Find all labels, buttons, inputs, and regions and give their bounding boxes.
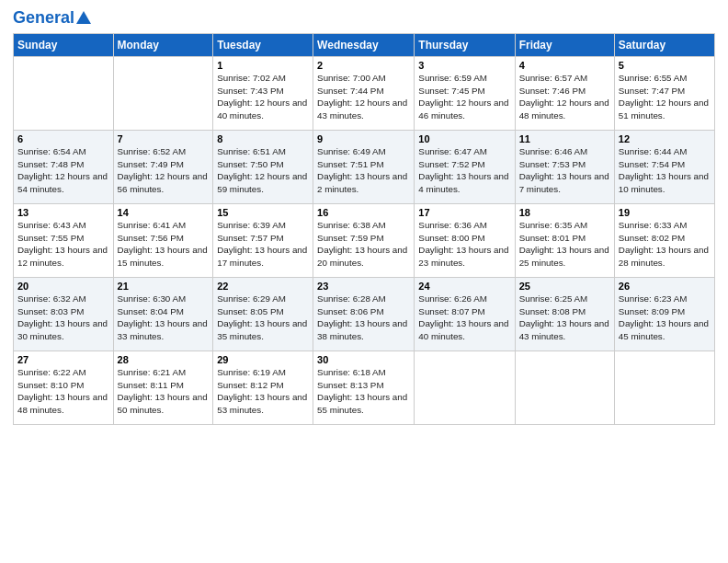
day-info: Sunrise: 6:35 AM Sunset: 8:01 PM Dayligh…	[519, 219, 610, 270]
day-info: Sunrise: 6:32 AM Sunset: 8:03 PM Dayligh…	[17, 293, 109, 343]
day-info: Sunrise: 6:38 AM Sunset: 7:59 PM Dayligh…	[317, 219, 410, 270]
day-header-tuesday: Tuesday	[213, 34, 313, 57]
day-info: Sunrise: 6:59 AM Sunset: 7:45 PM Dayligh…	[418, 72, 510, 122]
calendar-week-row: 27Sunrise: 6:22 AM Sunset: 8:10 PM Dayli…	[14, 351, 715, 425]
day-number: 6	[17, 133, 109, 144]
calendar-cell: 13Sunrise: 6:43 AM Sunset: 7:55 PM Dayli…	[14, 204, 114, 278]
calendar-cell: 16Sunrise: 6:38 AM Sunset: 7:59 PM Dayli…	[313, 204, 415, 278]
day-number: 16	[317, 207, 410, 218]
day-info: Sunrise: 6:23 AM Sunset: 8:09 PM Dayligh…	[619, 293, 711, 343]
calendar-cell: 9Sunrise: 6:49 AM Sunset: 7:51 PM Daylig…	[313, 131, 415, 204]
day-info: Sunrise: 6:51 AM Sunset: 7:50 PM Dayligh…	[217, 145, 309, 196]
day-number: 28	[118, 354, 210, 365]
day-number: 27	[17, 354, 109, 365]
day-header-wednesday: Wednesday	[313, 34, 415, 57]
day-info: Sunrise: 6:18 AM Sunset: 8:13 PM Dayligh…	[317, 366, 410, 417]
day-info: Sunrise: 6:33 AM Sunset: 8:02 PM Dayligh…	[619, 219, 711, 270]
day-number: 26	[619, 281, 711, 292]
day-info: Sunrise: 6:39 AM Sunset: 7:57 PM Dayligh…	[217, 219, 309, 270]
calendar-cell: 2Sunrise: 7:00 AM Sunset: 7:44 PM Daylig…	[313, 57, 415, 131]
calendar-cell: 30Sunrise: 6:18 AM Sunset: 8:13 PM Dayli…	[313, 351, 415, 425]
day-header-thursday: Thursday	[415, 34, 515, 57]
calendar-cell: 3Sunrise: 6:59 AM Sunset: 7:45 PM Daylig…	[415, 57, 515, 131]
day-number: 13	[17, 207, 109, 218]
calendar-cell: 25Sunrise: 6:25 AM Sunset: 8:08 PM Dayli…	[515, 278, 614, 351]
day-info: Sunrise: 6:26 AM Sunset: 8:07 PM Dayligh…	[418, 293, 510, 343]
day-info: Sunrise: 6:41 AM Sunset: 7:56 PM Dayligh…	[118, 219, 210, 270]
calendar-cell: 23Sunrise: 6:28 AM Sunset: 8:06 PM Dayli…	[313, 278, 415, 351]
day-number: 14	[118, 207, 210, 218]
day-number: 7	[118, 133, 210, 144]
calendar-cell: 11Sunrise: 6:46 AM Sunset: 7:53 PM Dayli…	[515, 131, 614, 204]
calendar-cell: 21Sunrise: 6:30 AM Sunset: 8:04 PM Dayli…	[113, 278, 213, 351]
calendar-cell: 7Sunrise: 6:52 AM Sunset: 7:49 PM Daylig…	[113, 131, 213, 204]
calendar-week-row: 6Sunrise: 6:54 AM Sunset: 7:48 PM Daylig…	[14, 131, 715, 204]
day-info: Sunrise: 6:29 AM Sunset: 8:05 PM Dayligh…	[217, 293, 309, 343]
day-info: Sunrise: 6:19 AM Sunset: 8:12 PM Dayligh…	[217, 366, 309, 417]
day-info: Sunrise: 6:46 AM Sunset: 7:53 PM Dayligh…	[519, 145, 610, 196]
day-header-saturday: Saturday	[614, 34, 714, 57]
day-number: 22	[217, 281, 309, 292]
day-number: 21	[118, 281, 210, 292]
day-number: 25	[519, 281, 610, 292]
day-number: 3	[418, 60, 510, 71]
day-number: 19	[619, 207, 711, 218]
day-number: 30	[317, 354, 410, 365]
day-number: 1	[217, 60, 309, 71]
day-info: Sunrise: 6:54 AM Sunset: 7:48 PM Dayligh…	[17, 145, 109, 196]
calendar-cell: 24Sunrise: 6:26 AM Sunset: 8:07 PM Dayli…	[415, 278, 515, 351]
day-number: 12	[619, 133, 711, 144]
calendar-cell: 22Sunrise: 6:29 AM Sunset: 8:05 PM Dayli…	[213, 278, 313, 351]
calendar-cell: 29Sunrise: 6:19 AM Sunset: 8:12 PM Dayli…	[213, 351, 313, 425]
day-number: 11	[519, 133, 610, 144]
header: General	[13, 9, 715, 26]
calendar-cell: 20Sunrise: 6:32 AM Sunset: 8:03 PM Dayli…	[14, 278, 114, 351]
day-number: 8	[217, 133, 309, 144]
calendar-cell: 8Sunrise: 6:51 AM Sunset: 7:50 PM Daylig…	[213, 131, 313, 204]
calendar-week-row: 20Sunrise: 6:32 AM Sunset: 8:03 PM Dayli…	[14, 278, 715, 351]
calendar-cell: 18Sunrise: 6:35 AM Sunset: 8:01 PM Dayli…	[515, 204, 614, 278]
day-info: Sunrise: 6:49 AM Sunset: 7:51 PM Dayligh…	[317, 145, 410, 196]
day-info: Sunrise: 6:55 AM Sunset: 7:47 PM Dayligh…	[619, 72, 711, 122]
logo-triangle-icon	[76, 11, 91, 24]
calendar-cell: 27Sunrise: 6:22 AM Sunset: 8:10 PM Dayli…	[14, 351, 114, 425]
calendar-cell: 26Sunrise: 6:23 AM Sunset: 8:09 PM Dayli…	[614, 278, 714, 351]
day-header-monday: Monday	[113, 34, 213, 57]
calendar-cell: 28Sunrise: 6:21 AM Sunset: 8:11 PM Dayli…	[113, 351, 213, 425]
calendar-cell	[14, 57, 114, 131]
calendar-cell	[113, 57, 213, 131]
calendar-cell	[415, 351, 515, 425]
day-number: 4	[519, 60, 610, 71]
day-header-friday: Friday	[515, 34, 614, 57]
day-info: Sunrise: 6:28 AM Sunset: 8:06 PM Dayligh…	[317, 293, 410, 343]
calendar-cell	[614, 351, 714, 425]
day-number: 5	[619, 60, 711, 71]
calendar-cell: 5Sunrise: 6:55 AM Sunset: 7:47 PM Daylig…	[614, 57, 714, 131]
logo: General	[13, 9, 91, 26]
day-number: 23	[317, 281, 410, 292]
day-info: Sunrise: 6:43 AM Sunset: 7:55 PM Dayligh…	[17, 219, 109, 270]
calendar-cell	[515, 351, 614, 425]
day-info: Sunrise: 6:22 AM Sunset: 8:10 PM Dayligh…	[17, 366, 109, 417]
day-info: Sunrise: 6:44 AM Sunset: 7:54 PM Dayligh…	[619, 145, 711, 196]
day-number: 17	[418, 207, 510, 218]
calendar-cell: 4Sunrise: 6:57 AM Sunset: 7:46 PM Daylig…	[515, 57, 614, 131]
day-number: 15	[217, 207, 309, 218]
day-number: 10	[418, 133, 510, 144]
day-info: Sunrise: 6:57 AM Sunset: 7:46 PM Dayligh…	[519, 72, 610, 122]
day-header-sunday: Sunday	[14, 34, 114, 57]
day-info: Sunrise: 6:25 AM Sunset: 8:08 PM Dayligh…	[519, 293, 610, 343]
day-number: 18	[519, 207, 610, 218]
calendar-week-row: 13Sunrise: 6:43 AM Sunset: 7:55 PM Dayli…	[14, 204, 715, 278]
calendar-cell: 12Sunrise: 6:44 AM Sunset: 7:54 PM Dayli…	[614, 131, 714, 204]
calendar-cell: 10Sunrise: 6:47 AM Sunset: 7:52 PM Dayli…	[415, 131, 515, 204]
calendar-cell: 19Sunrise: 6:33 AM Sunset: 8:02 PM Dayli…	[614, 204, 714, 278]
calendar-cell: 15Sunrise: 6:39 AM Sunset: 7:57 PM Dayli…	[213, 204, 313, 278]
logo-text: General	[13, 9, 74, 26]
day-number: 2	[317, 60, 410, 71]
day-number: 29	[217, 354, 309, 365]
calendar-week-row: 1Sunrise: 7:02 AM Sunset: 7:43 PM Daylig…	[14, 57, 715, 131]
day-number: 24	[418, 281, 510, 292]
calendar-cell: 17Sunrise: 6:36 AM Sunset: 8:00 PM Dayli…	[415, 204, 515, 278]
day-info: Sunrise: 6:36 AM Sunset: 8:00 PM Dayligh…	[418, 219, 510, 270]
